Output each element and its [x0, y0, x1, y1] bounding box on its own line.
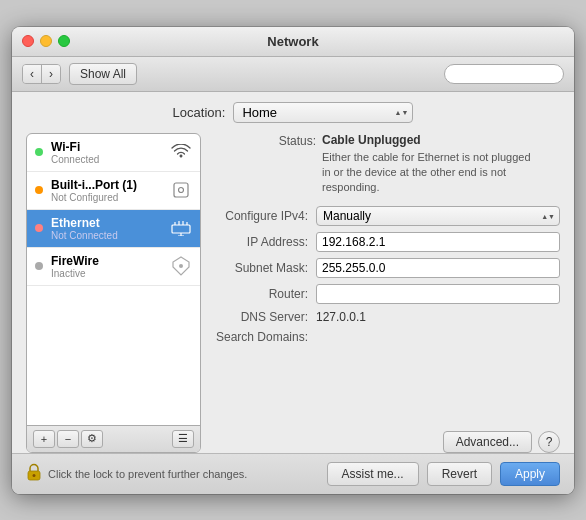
item-name-ethernet: Ethernet — [51, 216, 162, 230]
domains-row: Search Domains: — [211, 330, 560, 344]
sidebar-item-ethernet[interactable]: Ethernet Not Connected — [27, 210, 200, 248]
settings-service-button[interactable]: ⚙ — [81, 430, 103, 448]
ip-input[interactable] — [316, 232, 560, 252]
status-description: Either the cable for Ethernet is not plu… — [322, 150, 542, 196]
back-button[interactable]: ‹ — [23, 65, 42, 83]
location-select-wrapper: Home Automatic Edit Locations... — [233, 102, 413, 123]
nav-buttons: ‹ › — [22, 64, 61, 84]
subnet-input[interactable] — [316, 258, 560, 278]
remove-service-button[interactable]: − — [57, 430, 79, 448]
sidebar-toolbar: + − ⚙ ☰ — [27, 425, 200, 452]
dns-row: DNS Server: 127.0.0.1 — [211, 310, 560, 324]
main-area: Wi-Fi Connected — [26, 133, 560, 453]
search-input[interactable] — [453, 67, 555, 81]
location-row: Location: Home Automatic Edit Locations.… — [26, 102, 560, 123]
bottom-bar: Click the lock to prevent further change… — [12, 453, 574, 494]
lock-area: Click the lock to prevent further change… — [26, 463, 327, 485]
content: Location: Home Automatic Edit Locations.… — [12, 92, 574, 453]
advanced-button[interactable]: Advanced... — [443, 431, 532, 453]
location-select[interactable]: Home Automatic Edit Locations... — [233, 102, 413, 123]
status-row: Status: Cable Unplugged Either the cable… — [211, 133, 560, 196]
item-name-firewire: FireWire — [51, 254, 162, 268]
sidebar: Wi-Fi Connected — [26, 133, 201, 453]
domains-label: Search Domains: — [211, 330, 316, 344]
apply-button[interactable]: Apply — [500, 462, 560, 486]
lock-text: Click the lock to prevent further change… — [48, 468, 247, 480]
svg-point-10 — [33, 474, 36, 477]
sidebar-item-firewire[interactable]: FireWire Inactive — [27, 248, 200, 286]
sidebar-item-builtin[interactable]: Built-i...Port (1) Not Configured — [27, 172, 200, 210]
details-panel: Status: Cable Unplugged Either the cable… — [211, 133, 560, 453]
location-label: Location: — [173, 105, 226, 120]
configure-label: Configure IPv4: — [211, 209, 316, 223]
item-status-firewire: Inactive — [51, 268, 162, 279]
configure-row: Configure IPv4: Manually Using DHCP Usin… — [211, 206, 560, 226]
status-section: Status: Cable Unplugged Either the cable… — [211, 133, 560, 196]
titlebar: Network — [12, 27, 574, 57]
subnet-row: Subnet Mask: — [211, 258, 560, 278]
sidebar-item-wifi[interactable]: Wi-Fi Connected — [27, 134, 200, 172]
status-label: Status: — [211, 133, 316, 148]
subnet-label: Subnet Mask: — [211, 261, 316, 275]
window-title: Network — [267, 34, 318, 49]
router-label: Router: — [211, 287, 316, 301]
firewire-icon — [170, 255, 192, 277]
traffic-lights — [22, 35, 70, 47]
svg-rect-1 — [172, 225, 190, 233]
configure-select[interactable]: Manually Using DHCP Using DHCP with manu… — [316, 206, 560, 226]
details-footer: Advanced... ? — [211, 427, 560, 453]
item-status-builtin: Not Configured — [51, 192, 162, 203]
ip-row: IP Address: — [211, 232, 560, 252]
bottom-buttons: Assist me... Revert Apply — [327, 462, 560, 486]
show-all-button[interactable]: Show All — [69, 63, 137, 85]
assist-button[interactable]: Assist me... — [327, 462, 419, 486]
item-name-wifi: Wi-Fi — [51, 140, 162, 154]
close-button[interactable] — [22, 35, 34, 47]
sidebar-list: Wi-Fi Connected — [27, 134, 200, 425]
status-dot-builtin — [35, 186, 43, 194]
status-dot-firewire — [35, 262, 43, 270]
revert-button[interactable]: Revert — [427, 462, 492, 486]
dns-label: DNS Server: — [211, 310, 316, 324]
router-row: Router: — [211, 284, 560, 304]
forward-button[interactable]: › — [42, 65, 60, 83]
configure-select-wrapper: Manually Using DHCP Using DHCP with manu… — [316, 206, 560, 226]
svg-point-0 — [179, 188, 184, 193]
wifi-icon — [170, 141, 192, 163]
minimize-button[interactable] — [40, 35, 52, 47]
drag-service-button[interactable]: ☰ — [172, 430, 194, 448]
item-status-ethernet: Not Connected — [51, 230, 162, 241]
item-status-wifi: Connected — [51, 154, 162, 165]
maximize-button[interactable] — [58, 35, 70, 47]
svg-point-8 — [179, 264, 183, 268]
window: Network ‹ › Show All Location: Home Auto… — [12, 27, 574, 494]
item-name-builtin: Built-i...Port (1) — [51, 178, 162, 192]
help-button[interactable]: ? — [538, 431, 560, 453]
search-box[interactable] — [444, 64, 564, 84]
phone-icon — [170, 179, 192, 201]
add-service-button[interactable]: + — [33, 430, 55, 448]
status-dot-ethernet — [35, 224, 43, 232]
ip-label: IP Address: — [211, 235, 316, 249]
toolbar: ‹ › Show All — [12, 57, 574, 92]
router-input[interactable] — [316, 284, 560, 304]
dns-value: 127.0.0.1 — [316, 310, 560, 324]
status-dot-wifi — [35, 148, 43, 156]
lock-icon[interactable] — [26, 463, 42, 485]
ethernet-icon — [170, 217, 192, 239]
status-value: Cable Unplugged — [322, 133, 542, 147]
